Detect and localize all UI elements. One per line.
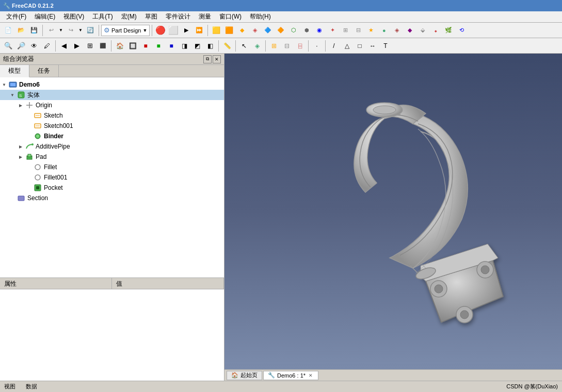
tb-extra-17[interactable]: ⬙ [416,24,429,37]
open-button[interactable]: 📂 [15,24,27,37]
view-menu-button[interactable]: 👁 [28,40,40,52]
new-button[interactable]: 📄 [2,24,14,37]
tree-item-pocket[interactable]: ▶ Pocket [0,183,224,193]
tb-extra-7[interactable]: ⬡ [287,24,300,37]
tb-extra-15[interactable]: ◈ [391,24,403,37]
view-left[interactable]: ◧ [204,40,216,52]
tree-label-sketch: Sketch [44,112,63,119]
redo-dropdown[interactable]: ▼ [77,24,84,37]
menu-item-编辑E[interactable]: 编辑(E) [30,11,59,22]
sidebar-close-button[interactable]: ✕ [213,55,221,63]
btn-r4[interactable]: ⏩ [193,24,205,37]
tb-extra-20[interactable]: ⟲ [455,24,468,37]
measure-btn[interactable]: 📏 [221,40,233,52]
tb-extra-5[interactable]: 🔷 [262,24,274,37]
menu-item-窗口W[interactable]: 窗口(W) [215,11,246,22]
tb-extra-9[interactable]: ◉ [313,24,326,37]
tb-extra-13[interactable]: ★ [365,24,377,37]
tb-extra-3[interactable]: ◆ [236,24,248,37]
tree-label-pad: Pad [36,153,46,160]
menu-item-视图V[interactable]: 视图(V) [59,11,88,22]
tb-extra-6[interactable]: 🔶 [275,24,287,37]
tb-extra-2[interactable]: 🟧 [223,24,235,37]
tree-item-sketch001[interactable]: ▶ Sketch001 [0,121,224,131]
grid-btn[interactable]: ⊟ [281,40,293,52]
tb-extra-10[interactable]: ✦ [326,24,339,37]
tab-demo6-icon: 🔧 [268,372,275,379]
tree-item-origin[interactable]: ▶ Origin [0,100,224,110]
menu-item-测量[interactable]: 测量 [195,11,215,22]
nav-back[interactable]: ◀ [58,40,70,52]
tb-extra-8[interactable]: ⬢ [300,24,313,37]
sep1 [42,25,43,36]
poly-btn[interactable]: △ [341,40,353,52]
tree-panel: ▼ Demo6 ▼ S 实体 ▶ [0,77,224,277]
tb-extra-14[interactable]: ● [378,24,390,37]
statusbar-view[interactable]: 视图 [4,383,15,390]
tree-item-sketch[interactable]: ▶ Sketch [0,110,224,121]
tree-icon-pocket [33,183,42,192]
tree-item-section[interactable]: ▶ Section [0,193,224,203]
tree-item-fillet001[interactable]: ▶ Fillet001 [0,172,224,183]
workbench-selector[interactable]: ⚙ Part Design ▼ [101,25,150,36]
dot-btn[interactable]: · [311,40,323,52]
tab-demo6[interactable]: 🔧 Demo6 : 1* ✕ [263,371,318,380]
tree-item-demo6[interactable]: ▼ Demo6 [0,79,224,90]
tab-demo6-close[interactable]: ✕ [308,372,314,379]
select-btn[interactable]: ◈ [251,40,263,52]
view-right[interactable]: ■ [165,40,178,52]
viewport[interactable] [224,54,562,369]
menu-item-文件F[interactable]: 文件(F) [2,11,30,22]
btn-r2[interactable]: ⬜ [167,24,180,37]
view-rear[interactable]: ◨ [178,40,190,52]
tb-extra-16[interactable]: ◆ [404,24,416,37]
nav-extra2[interactable]: ⬛ [97,40,109,52]
tb-extra-4[interactable]: ◈ [249,24,261,37]
tree-item-solid[interactable]: ▼ S 实体 [0,90,224,100]
statusbar-data[interactable]: 数据 [26,383,37,390]
btn-r1[interactable]: 🔴 [154,24,167,37]
view-home[interactable]: 🏠 [114,40,126,52]
menu-item-草图[interactable]: 草图 [141,11,162,22]
sep3 [152,25,152,36]
tree-item-pad[interactable]: ▶ Pad [0,152,224,162]
line-btn[interactable]: / [328,40,340,52]
nav-extra[interactable]: ⊞ [84,40,96,52]
zoom-fit-button[interactable]: 🔍 [2,40,14,52]
draw-style-button[interactable]: 🖊 [41,40,53,52]
tb-extra-19[interactable]: 🌿 [442,24,455,37]
text-btn[interactable]: T [379,40,392,52]
tb-extra-12[interactable]: ⊟ [352,24,364,37]
zoom-in-button[interactable]: 🔎 [15,40,27,52]
dim-btn[interactable]: ↔ [366,40,379,52]
cut-plane[interactable]: ⌸ [294,40,306,52]
redo-button[interactable]: ↪ [65,24,77,37]
tb-extra-11[interactable]: ⊞ [339,24,351,37]
undo-dropdown[interactable]: ▼ [58,24,64,37]
tree-item-binder[interactable]: ▶ Binder [0,131,224,141]
refresh-button[interactable]: 🔄 [84,24,97,37]
save-button[interactable]: 💾 [28,24,40,37]
view-bot[interactable]: ◩ [191,40,203,52]
tb-extra-18[interactable]: ⬥ [429,24,442,37]
tree-item-fillet[interactable]: ▶ Fillet [0,162,224,172]
menu-item-帮助H[interactable]: 帮助(H) [246,11,275,22]
tree-item-addpipe[interactable]: ▶ AdditivePipe [0,141,224,152]
view-front[interactable]: ■ [139,40,152,52]
menu-item-零件设计[interactable]: 零件设计 [162,11,195,22]
tab-model[interactable]: 模型 [0,65,29,77]
tab-start-page[interactable]: 🏠 起始页 [227,371,262,380]
view-top[interactable]: ■ [152,40,165,52]
nav-fwd[interactable]: ▶ [71,40,83,52]
view-3d[interactable]: 🔲 [126,40,139,52]
btn-r3[interactable]: ▶ [180,24,192,37]
sidebar-float-button[interactable]: ⧉ [203,55,212,63]
menu-item-工具T[interactable]: 工具(T) [88,11,117,22]
cursor-btn[interactable]: ↖ [238,40,250,52]
tab-task[interactable]: 任务 [29,65,59,77]
undo-button[interactable]: ↩ [45,24,57,37]
menu-item-宏M[interactable]: 宏(M) [117,11,141,22]
snap-btn[interactable]: ⊞ [268,40,280,52]
rect-btn[interactable]: □ [354,40,366,52]
tb-extra-1[interactable]: 🟨 [210,24,222,37]
